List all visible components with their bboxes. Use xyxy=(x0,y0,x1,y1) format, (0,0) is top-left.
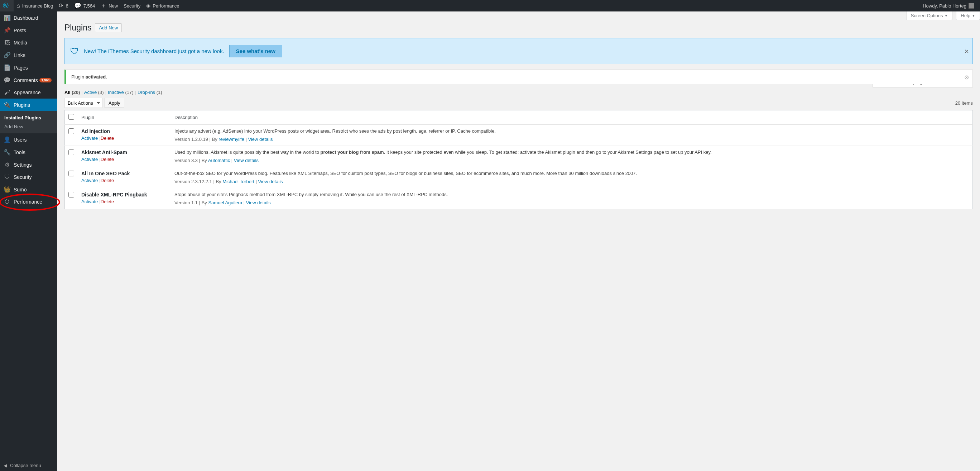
delete-link[interactable]: Delete xyxy=(101,156,114,162)
sidebar-item-label: Links xyxy=(14,52,25,58)
activate-link[interactable]: Activate xyxy=(81,199,98,204)
wp-logo[interactable]: ⓦ xyxy=(0,0,14,11)
column-plugin[interactable]: Plugin xyxy=(78,110,171,125)
view-details-link[interactable]: View details xyxy=(248,137,272,142)
bulk-actions-select[interactable]: Bulk Actions xyxy=(64,98,102,108)
dismiss-icon[interactable]: ⊗ xyxy=(964,73,969,80)
view-details-link[interactable]: View details xyxy=(234,158,259,163)
sidebar-subitem[interactable]: Installed Plugins xyxy=(0,113,57,122)
plugin-name: All In One SEO Pack xyxy=(81,171,167,176)
help-tab[interactable]: Help▼ xyxy=(956,11,980,20)
links-icon: 🔗 xyxy=(3,52,11,58)
sidebar-item-sumo[interactable]: 👑Sumo xyxy=(0,183,57,196)
row-checkbox[interactable] xyxy=(68,171,74,176)
updates-link[interactable]: ⟳6 xyxy=(56,0,71,11)
sidebar-item-performance[interactable]: ⏱Performance xyxy=(0,196,57,208)
sidebar-item-users[interactable]: 👤Users xyxy=(0,133,57,146)
pages-icon: 📄 xyxy=(3,64,11,71)
tools-icon: 🔧 xyxy=(3,149,11,156)
sidebar-item-label: Appearance xyxy=(14,89,41,95)
row-checkbox[interactable] xyxy=(68,192,74,198)
author-link[interactable]: Samuel Aguilera xyxy=(208,200,242,205)
sidebar-item-label: Users xyxy=(14,137,27,143)
sidebar-item-label: Settings xyxy=(14,162,32,168)
add-new-plugin-button[interactable]: Add New xyxy=(95,23,122,32)
activated-notice: Plugin activated. ⊗ xyxy=(64,70,973,84)
delete-link[interactable]: Delete xyxy=(101,199,114,204)
sidebar-item-pages[interactable]: 📄Pages xyxy=(0,61,57,74)
comments-link[interactable]: 💬7,564 xyxy=(71,0,98,11)
view-details-link[interactable]: View details xyxy=(258,179,283,184)
performance-link[interactable]: ◈Performance xyxy=(143,0,182,11)
avatar xyxy=(969,3,974,9)
plugin-meta: Version 3.3 | By Automattic | View detai… xyxy=(175,158,969,163)
sidebar-item-comments[interactable]: 💬Comments7,564 xyxy=(0,74,57,86)
plugin-filter-links: All (20)|Active (3)|Inactive (17)|Drop-i… xyxy=(64,89,973,95)
sidebar-item-security[interactable]: 🛡Security xyxy=(0,171,57,183)
author-link[interactable]: Automattic xyxy=(208,158,230,163)
site-name-link[interactable]: ⌂Insurance Blog xyxy=(14,0,56,11)
close-icon[interactable]: ✕ xyxy=(964,48,969,54)
delete-link[interactable]: Delete xyxy=(101,178,114,183)
sidebar-item-label: Media xyxy=(14,40,27,46)
sidebar-item-tools[interactable]: 🔧Tools xyxy=(0,146,57,158)
view-details-link[interactable]: View details xyxy=(246,200,271,205)
activate-link[interactable]: Activate xyxy=(81,136,98,141)
activate-link[interactable]: Activate xyxy=(81,156,98,162)
plugin-description: Injects any advert (e.g. AdSense) into y… xyxy=(175,128,969,134)
plugin-description: Stops abuse of your site's Pingback meth… xyxy=(175,192,969,197)
sidebar-item-appearance[interactable]: 🖌Appearance xyxy=(0,86,57,99)
filter-link[interactable]: All (20) xyxy=(64,89,80,95)
badge: 7,564 xyxy=(40,78,52,83)
table-row: All In One SEO PackActivate|DeleteOut-of… xyxy=(65,167,973,188)
filter-link[interactable]: Active (3) xyxy=(84,89,104,95)
sidebar-item-label: Security xyxy=(14,174,32,180)
sidebar-item-dashboard[interactable]: 📊Dashboard xyxy=(0,11,57,24)
security-link[interactable]: Security xyxy=(121,0,143,11)
column-description[interactable]: Description xyxy=(171,110,973,125)
plugin-meta: Version 2.3.12.2.1 | By Michael Torbert … xyxy=(175,179,969,184)
dashboard-icon: 📊 xyxy=(3,14,11,21)
sidebar-subitem[interactable]: Add New xyxy=(0,122,57,131)
new-content-link[interactable]: ＋New xyxy=(98,0,121,11)
notice-text: New! The iThemes Security dashboard just… xyxy=(84,48,224,54)
sidebar-item-label: Plugins xyxy=(14,102,30,108)
sidebar-item-links[interactable]: 🔗Links xyxy=(0,49,57,61)
filter-link[interactable]: Inactive (17) xyxy=(108,89,134,95)
page-title: Plugins xyxy=(64,23,91,33)
home-icon: ⌂ xyxy=(16,3,20,9)
plugins-table: Plugin Description Ad InjectionActivate|… xyxy=(64,110,973,209)
row-checkbox[interactable] xyxy=(68,128,74,134)
refresh-icon: ⟳ xyxy=(59,3,64,9)
row-checkbox[interactable] xyxy=(68,150,74,155)
author-link[interactable]: reviewmylife xyxy=(218,137,244,142)
sidebar-item-settings[interactable]: ⚙Settings xyxy=(0,158,57,171)
plugin-meta: Version 1.2.0.19 | By reviewmylife | Vie… xyxy=(175,137,969,142)
delete-link[interactable]: Delete xyxy=(101,136,114,141)
sidebar-item-label: Sumo xyxy=(14,187,27,193)
author-link[interactable]: Michael Torbert xyxy=(223,179,254,184)
main-content: Screen Options▼ Help▼ Plugins Add New 🛡 … xyxy=(57,11,980,224)
see-whats-new-button[interactable]: See what's new xyxy=(229,45,282,57)
sidebar-item-media[interactable]: 🖼Media xyxy=(0,37,57,49)
filter-link[interactable]: Drop-ins (1) xyxy=(138,89,162,95)
notice-text: Plugin activated. xyxy=(71,74,107,80)
media-icon: 🖼 xyxy=(3,40,11,46)
sidebar-item-label: Dashboard xyxy=(14,15,38,21)
plugins-icon: 🔌 xyxy=(3,101,11,108)
security-icon: 🛡 xyxy=(3,174,11,180)
select-all-checkbox[interactable] xyxy=(68,114,74,120)
table-row: Akismet Anti-SpamActivate|DeleteUsed by … xyxy=(65,146,973,167)
sidebar-item-label: Posts xyxy=(14,27,26,34)
appearance-icon: 🖌 xyxy=(3,89,11,96)
sidebar-item-plugins[interactable]: 🔌Plugins xyxy=(0,99,57,111)
plus-icon: ＋ xyxy=(101,3,107,9)
items-count: 20 items xyxy=(955,101,973,106)
plugin-description: Out-of-the-box SEO for your WordPress bl… xyxy=(175,171,969,176)
screen-options-tab[interactable]: Screen Options▼ xyxy=(906,11,953,20)
table-row: Disable XML-RPC PingbackActivate|DeleteS… xyxy=(65,188,973,209)
sidebar-item-posts[interactable]: 📌Posts xyxy=(0,24,57,37)
apply-button[interactable]: Apply xyxy=(105,98,124,108)
my-account-link[interactable]: Howdy, Pablo Horteg xyxy=(920,0,977,11)
activate-link[interactable]: Activate xyxy=(81,178,98,183)
